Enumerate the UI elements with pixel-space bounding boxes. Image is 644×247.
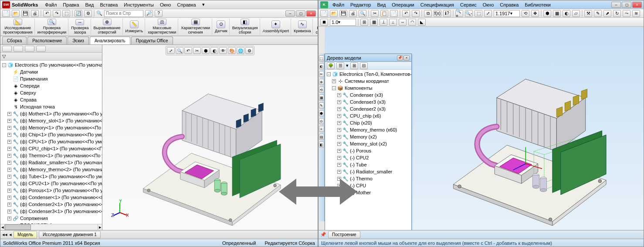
close-button[interactable]: × (306, 10, 316, 17)
tree-node[interactable]: +🔧(ф) Chip<1> (По умолчанию<<По умолчани… (1, 131, 101, 138)
tree-node[interactable]: +🔧(-) Radiator_smaller (326, 168, 410, 175)
expand-icon[interactable]: + (337, 149, 341, 153)
iso-button[interactable]: ⬢ (543, 10, 551, 17)
tree-tab-config[interactable] (25, 46, 34, 52)
view-triad[interactable]: Y X Z (111, 200, 129, 217)
menu-файл[interactable]: Файл (330, 1, 347, 8)
expand-icon[interactable]: + (337, 114, 341, 118)
vtool-9[interactable]: ⊙ (319, 118, 324, 124)
help-button[interactable]: ℹ? (443, 10, 451, 17)
tree-node[interactable]: +🔧(-) Tube (326, 161, 410, 168)
tree-node[interactable]: +🔧Chip (x20) (326, 119, 410, 126)
ribbon-характеристики-сечения[interactable]: ▦Характеристики сечения (179, 19, 212, 35)
tree-node[interactable]: +🔧(ф) Condenser2<1> (По умолчанию<<По ум… (1, 201, 101, 208)
tree-node[interactable]: +🔧(ф) Porous<1> (По умолчанию<<По умолча… (1, 187, 101, 194)
sketch-button[interactable]: ✎ (594, 10, 602, 17)
tab-анализировать[interactable]: Анализировать (90, 37, 130, 44)
minimize-button[interactable]: – (611, 2, 621, 8)
tab-build[interactable]: Построение (328, 231, 360, 238)
tree-node[interactable]: +🔧(-) CPU2 (326, 154, 410, 161)
ribbon-assemblyxpert[interactable]: ✦AssemblyXpert (261, 19, 291, 35)
ribbon-проверка-симметрии[interactable]: ⧗Проверка симметрии (314, 19, 318, 35)
view-settings-button[interactable]: ⚙ (245, 47, 253, 54)
copy-button[interactable]: 📋 (380, 10, 388, 17)
constraints-button[interactable]: ⟂ (389, 19, 397, 26)
sweep-button[interactable]: ⤳ (623, 10, 630, 17)
vtool-12[interactable]: ◧ (319, 142, 324, 148)
select-button[interactable]: ⬚ (62, 10, 70, 17)
paste-button[interactable]: 📄 (390, 10, 398, 17)
props-button[interactable]: ⧉ (424, 10, 432, 17)
rotate-button[interactable]: ⟲ (522, 10, 529, 17)
tree-node[interactable]: +🔧(ф) Condenser<1> (По умолчанию<<По умо… (1, 194, 101, 201)
undo-button[interactable]: ↶ (402, 10, 410, 17)
vtool-7[interactable]: ✎ (319, 102, 324, 108)
ribbon-измерить[interactable]: 📏Измерить (124, 19, 146, 35)
tree-node[interactable]: +🔧Condenser (x3) (326, 91, 410, 98)
expand-icon[interactable]: + (7, 217, 11, 220)
menu-chevron-icon[interactable]: ▾ (202, 2, 205, 7)
expand-icon[interactable]: + (337, 170, 341, 174)
expand-icon[interactable]: + (7, 161, 11, 165)
scene-button[interactable]: 🌐 (237, 47, 244, 54)
pan-button[interactable]: ✥ (531, 10, 539, 17)
loft-button[interactable]: ≋ (632, 10, 640, 17)
undo-button[interactable]: ↶ (43, 10, 51, 17)
vars-button[interactable]: f(x) (434, 10, 441, 17)
chamfer-button[interactable]: ◣ (418, 19, 426, 26)
revolve-button[interactable]: ↻ (613, 10, 621, 17)
tab-расположение[interactable]: Расположение (27, 37, 67, 44)
pin-button[interactable]: 📌 (397, 55, 403, 61)
tree-node[interactable]: +🔧(ф) Memory_thermo<2> (По умолчанию<<По… (1, 166, 101, 173)
vtool-8[interactable]: ⬢ (319, 110, 324, 116)
zoom-area-button[interactable]: 🔍 (176, 47, 183, 54)
options-button[interactable]: ⚙ (84, 10, 92, 17)
tree-tab-feature[interactable] (2, 46, 12, 52)
build-button[interactable]: ⚒ (584, 10, 592, 17)
tree-node[interactable]: +🔧(ф) Memory<1> (По умолчанию<<По умолча… (1, 124, 101, 131)
expand-icon[interactable]: + (7, 182, 11, 186)
vtool-6[interactable]: ▦ (319, 95, 324, 101)
menu-окно[interactable]: Окно (480, 1, 497, 8)
menu-редактор[interactable]: Редактор (348, 1, 373, 8)
cut-button[interactable]: ✂ (371, 10, 379, 17)
tree-node[interactable]: +🔧(ф) Thermo<1> (По умолчанию<<По умолча… (1, 152, 101, 159)
save-button[interactable]: 💾 (21, 10, 29, 17)
tree-node[interactable]: 📄Примечания (1, 75, 101, 82)
expand-icon[interactable]: + (7, 168, 11, 172)
menu-операции[interactable]: Операции (389, 1, 417, 8)
zoom-in-button[interactable]: 🔍+ (455, 10, 463, 17)
tabs-scroll-left-icon[interactable]: ◂◂ (2, 232, 7, 237)
dims-button[interactable]: ↔ (399, 19, 407, 26)
expand-icon[interactable]: + (7, 203, 11, 206)
scroll-thumb[interactable] (5, 224, 31, 230)
tree-node[interactable]: +🔧(ф) Mother<1> (По умолчанию<<По умолча… (1, 110, 101, 117)
tree-node[interactable]: +🔧Memory_slot (x2) (326, 140, 410, 147)
tree-node[interactable]: +🔗Сопряжения (1, 215, 101, 222)
perspective-button[interactable]: ▱ (572, 10, 580, 17)
tree-collapse-button[interactable]: ⊟ (360, 62, 368, 69)
expand-icon[interactable]: + (337, 100, 341, 104)
tree-node[interactable]: ◈Справа (1, 96, 101, 103)
expand-icon[interactable]: + (332, 79, 336, 83)
menu-инструменты[interactable]: Инструменты (121, 1, 156, 8)
menu-справка[interactable]: Справка (497, 1, 521, 8)
tree-node[interactable]: +⊹Системы координат (326, 78, 410, 85)
tree-node[interactable]: +🔧Memory_thermo (x60) (326, 126, 410, 133)
expand-icon[interactable]: + (7, 175, 11, 179)
expand-icon[interactable]: + (7, 112, 11, 116)
model-tree[interactable]: -🧊Electronics (Тел-0, Компонентов-106)+⊹… (325, 70, 411, 230)
expand-icon[interactable]: + (7, 196, 11, 200)
tree-node[interactable]: +🔧CPU_chip (x6) (326, 112, 410, 119)
tree-node[interactable]: +🔧Condenser2 (x3) (326, 105, 410, 112)
redo-button[interactable]: ↷ (412, 10, 420, 17)
tree-filter-button[interactable]: ☰ (336, 62, 344, 69)
tree-node[interactable]: -📦Компоненты (326, 85, 410, 91)
tree-node[interactable]: +🔧(-) Porous (326, 147, 410, 154)
expand-icon[interactable]: + (337, 135, 341, 139)
open-button[interactable]: 📂 (12, 10, 20, 17)
restore-button[interactable]: ◻ (296, 10, 305, 17)
tree-tab-property[interactable] (14, 46, 23, 52)
menu-окно[interactable]: Окно (157, 1, 174, 8)
tree-expand-button[interactable]: ⊞ (350, 62, 358, 69)
